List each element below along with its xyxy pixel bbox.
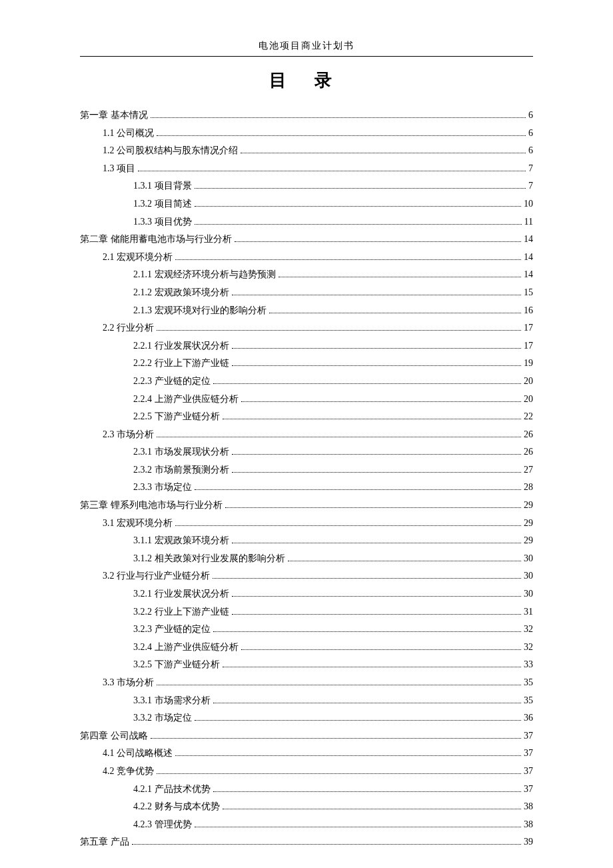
toc-leader-dots [232,463,522,473]
toc-leader-dots [213,570,521,579]
toc-entry[interactable]: 4.2.1 产品技术优势37 [80,781,533,799]
toc-entry-page: 20 [524,391,533,409]
toc-entry[interactable]: 3.2.2 行业上下游产业链31 [80,603,533,621]
toc-leader-dots [195,215,522,225]
toc-entry[interactable]: 第五章 产品39 [80,833,533,851]
toc-entry-page: 29 [524,497,533,515]
table-of-contents: 第一章 基本情况61.1 公司概况61.2 公司股权结构与股东情况介绍61.3 … [80,107,533,851]
toc-entry-label: 1.3 项目 [103,160,135,178]
toc-entry[interactable]: 4.2.3 管理优势38 [80,816,533,834]
toc-entry[interactable]: 3.2 行业与行业产业链分析30 [80,567,533,585]
toc-entry-label: 2.2.5 下游产业链分析 [133,408,220,426]
toc-entry-page: 28 [524,479,533,497]
toc-entry[interactable]: 1.3 项目7 [80,160,533,178]
toc-entry[interactable]: 2.3.1 市场发展现状分析26 [80,443,533,461]
toc-leader-dots [232,339,522,349]
toc-entry[interactable]: 3.1.2 相关政策对行业发展的影响分析30 [80,550,533,568]
toc-entry-page: 39 [524,833,533,851]
toc-entry[interactable]: 1.2 公司股权结构与股东情况介绍6 [80,142,533,160]
toc-entry-label: 2.2.2 行业上下游产业链 [133,355,229,373]
toc-leader-dots [241,641,522,650]
toc-entry-label: 3.3.1 市场需求分析 [133,692,211,710]
toc-entry[interactable]: 第二章 储能用蓄电池市场与行业分析14 [80,231,533,249]
toc-entry-label: 3.2.5 下游产业链分析 [133,656,220,674]
toc-entry-page: 17 [524,319,533,337]
toc-entry[interactable]: 2.2.4 上游产业供应链分析20 [80,391,533,409]
toc-entry[interactable]: 1.3.3 项目优势11 [80,213,533,231]
toc-leader-dots [232,357,522,367]
toc-entry[interactable]: 3.1 宏观环境分析29 [80,515,533,533]
toc-entry[interactable]: 2.3 市场分析26 [80,426,533,444]
toc-leader-dots [157,428,521,437]
toc-entry[interactable]: 第四章 公司战略37 [80,727,533,745]
toc-entry-label: 3.2.4 上游产业供应链分析 [133,639,239,657]
toc-entry-label: 2.2.4 上游产业供应链分析 [133,391,239,409]
toc-leader-dots [195,818,522,827]
toc-leader-dots [195,197,522,207]
toc-leader-dots [151,729,522,739]
toc-entry-page: 33 [524,656,533,674]
toc-entry-page: 30 [524,550,533,568]
toc-entry[interactable]: 2.2.3 产业链的定位20 [80,373,533,391]
toc-leader-dots [232,446,522,455]
toc-entry[interactable]: 2.1 宏观环境分析14 [80,249,533,267]
toc-leader-dots [232,605,522,615]
toc-entry-label: 1.2 公司股权结构与股东情况介绍 [103,142,238,160]
toc-entry[interactable]: 2.2.5 下游产业链分析22 [80,408,533,426]
toc-entry-label: 2.2 行业分析 [103,319,154,337]
toc-entry[interactable]: 3.2.4 上游产业供应链分析32 [80,639,533,657]
toc-entry[interactable]: 第一章 基本情况6 [80,107,533,125]
toc-entry-label: 3.1.2 相关政策对行业发展的影响分析 [133,550,285,568]
toc-entry[interactable]: 3.3 市场分析35 [80,674,533,692]
toc-entry-label: 3.3.2 市场定位 [133,709,192,727]
toc-leader-dots [223,801,522,810]
toc-entry[interactable]: 1.1 公司概况6 [80,125,533,143]
toc-entry-label: 2.3 市场分析 [103,426,154,444]
toc-entry[interactable]: 3.2.1 行业发展状况分析30 [80,585,533,603]
toc-entry[interactable]: 2.2 行业分析17 [80,319,533,337]
toc-entry[interactable]: 2.2.2 行业上下游产业链19 [80,355,533,373]
toc-entry-label: 2.3.3 市场定位 [133,479,192,497]
toc-entry-page: 37 [524,781,533,799]
toc-leader-dots [213,694,522,703]
toc-leader-dots [195,712,522,721]
toc-entry-page: 10 [524,195,533,213]
toc-entry[interactable]: 4.1 公司战略概述37 [80,745,533,763]
toc-entry-page: 38 [524,798,533,816]
toc-entry-page: 11 [524,213,533,231]
toc-entry[interactable]: 2.2.1 行业发展状况分析17 [80,337,533,355]
toc-entry-label: 3.1.1 宏观政策环境分析 [133,532,229,550]
toc-leader-dots [157,676,521,685]
toc-entry[interactable]: 2.3.2 市场前景预测分析27 [80,461,533,479]
toc-leader-dots [138,162,526,171]
toc-leader-dots [241,393,522,402]
toc-entry-page: 32 [524,621,533,639]
toc-entry[interactable]: 3.2.3 产业链的定位32 [80,621,533,639]
toc-entry-page: 20 [524,373,533,391]
toc-entry-page: 35 [524,674,533,692]
toc-entry[interactable]: 第三章 锂系列电池市场与行业分析29 [80,497,533,515]
toc-entry[interactable]: 4.2.2 财务与成本优势38 [80,798,533,816]
toc-entry[interactable]: 2.3.3 市场定位28 [80,479,533,497]
toc-entry-label: 2.2.1 行业发展状况分析 [133,337,229,355]
toc-leader-dots [195,481,522,491]
toc-leader-dots [225,499,522,508]
toc-entry-label: 3.2 行业与行业产业链分析 [103,567,210,585]
toc-entry-page: 7 [528,177,533,195]
toc-leader-dots [213,783,522,792]
toc-entry[interactable]: 3.2.5 下游产业链分析33 [80,656,533,674]
toc-entry[interactable]: 2.1.3 宏观环境对行业的影响分析16 [80,302,533,320]
toc-entry[interactable]: 3.3.2 市场定位36 [80,709,533,727]
toc-entry[interactable]: 2.1.2 宏观政策环境分析15 [80,284,533,302]
toc-entry[interactable]: 1.3.2 项目简述10 [80,195,533,213]
toc-entry-page: 31 [524,603,533,621]
toc-entry[interactable]: 4.2 竞争优势37 [80,763,533,781]
toc-entry[interactable]: 3.3.1 市场需求分析35 [80,692,533,710]
toc-entry-label: 3.1 宏观环境分析 [103,515,173,533]
toc-entry[interactable]: 1.3.1 项目背景7 [80,177,533,195]
toc-entry[interactable]: 3.1.1 宏观政策环境分析29 [80,532,533,550]
toc-entry[interactable]: 2.1.1 宏观经济环境分析与趋势预测14 [80,266,533,284]
toc-entry-label: 2.1 宏观环境分析 [103,249,173,267]
toc-leader-dots [235,233,522,243]
toc-entry-label: 1.3.2 项目简述 [133,195,192,213]
